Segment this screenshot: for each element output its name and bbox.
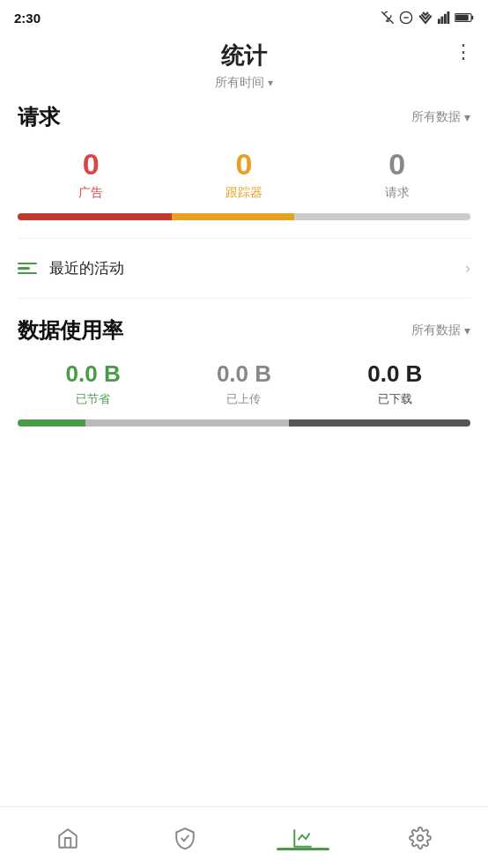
- header: ⋮ 统计 所有时间 ▾: [0, 32, 488, 94]
- activity-label: 最近的活动: [49, 258, 465, 278]
- divider-2: [18, 298, 470, 299]
- data-usage-filter-button[interactable]: 所有数据 ▾: [411, 323, 470, 338]
- page-title: 统计: [221, 41, 267, 71]
- trackers-count: 0: [236, 147, 253, 182]
- requests-progress-bar: [18, 213, 470, 220]
- status-time: 2:30: [14, 11, 41, 26]
- svg-rect-12: [455, 15, 469, 21]
- recent-activity-button[interactable]: 最近的活动 ›: [18, 246, 470, 291]
- data-green-segment: [18, 419, 85, 427]
- nav-settings[interactable]: [362, 826, 480, 850]
- requests-section-header: 请求 所有数据 ▾: [18, 103, 470, 131]
- requests-label: 请求: [385, 185, 410, 201]
- nav-home[interactable]: [9, 826, 127, 850]
- svg-rect-6: [438, 19, 440, 24]
- svg-rect-11: [471, 16, 473, 19]
- data-stats-row: 0.0 B 已节省 0.0 B 已上传 0.0 B 已下载: [18, 360, 470, 407]
- data-usage-title: 数据使用率: [18, 316, 123, 345]
- data-usage-filter-chevron: ▾: [464, 323, 470, 338]
- gear-icon: [408, 826, 433, 850]
- status-bar: 2:30: [0, 0, 488, 32]
- uploaded-stat: 0.0 B 已上传: [217, 360, 271, 407]
- requests-count: 0: [388, 147, 405, 182]
- activity-chevron-icon: ›: [465, 259, 470, 278]
- downloaded-count: 0.0 B: [367, 360, 422, 388]
- chart-icon: [291, 826, 315, 850]
- minus-circle-icon: [399, 11, 413, 25]
- requests-stats-row: 0 广告 0 跟踪器 0 请求: [18, 147, 470, 201]
- mute-icon: [381, 11, 395, 25]
- nav-active-indicator: [277, 848, 329, 850]
- requests-section: 请求 所有数据 ▾ 0 广告 0 跟踪器 0 请求: [18, 103, 470, 220]
- requests-orange-segment: [172, 213, 294, 220]
- shield-icon: [173, 826, 197, 850]
- downloaded-stat: 0.0 B 已下载: [367, 360, 422, 407]
- requests-red-segment: [18, 213, 172, 220]
- home-icon: [55, 826, 80, 850]
- ads-stat: 0 广告: [78, 147, 103, 201]
- requests-title: 请求: [18, 103, 60, 131]
- chevron-down-icon: ▾: [268, 77, 273, 89]
- data-gray-segment: [85, 419, 289, 427]
- wifi-icon: [418, 11, 433, 25]
- svg-line-0: [381, 11, 393, 23]
- time-filter-button[interactable]: 所有时间 ▾: [215, 75, 273, 91]
- requests-filter-chevron: ▾: [464, 110, 470, 124]
- signal-icon: [438, 11, 450, 25]
- main-content: 请求 所有数据 ▾ 0 广告 0 跟踪器 0 请求: [0, 94, 488, 806]
- time-filter-label: 所有时间: [215, 75, 264, 91]
- saved-label: 已节省: [76, 391, 110, 407]
- svg-rect-9: [447, 11, 450, 24]
- saved-stat: 0.0 B 已节省: [66, 360, 121, 407]
- requests-filter-button[interactable]: 所有数据 ▾: [411, 109, 470, 125]
- ads-label: 广告: [78, 185, 103, 201]
- menu-button[interactable]: ⋮: [454, 41, 474, 63]
- nav-stats[interactable]: [244, 826, 362, 850]
- uploaded-label: 已上传: [226, 391, 261, 407]
- battery-icon: [455, 11, 474, 24]
- requests-stat: 0 请求: [385, 147, 410, 201]
- downloaded-label: 已下载: [378, 391, 412, 407]
- requests-filter-label: 所有数据: [411, 109, 461, 125]
- status-icons: [381, 11, 474, 25]
- activity-list-icon: [18, 263, 37, 275]
- requests-gray-segment: [294, 213, 470, 220]
- uploaded-count: 0.0 B: [217, 360, 271, 388]
- data-dark-segment: [289, 419, 470, 427]
- svg-rect-7: [441, 17, 444, 24]
- saved-count: 0.0 B: [66, 360, 121, 388]
- data-usage-section-header: 数据使用率 所有数据 ▾: [18, 316, 470, 345]
- svg-point-14: [418, 835, 424, 841]
- svg-rect-8: [444, 14, 447, 24]
- trackers-label: 跟踪器: [226, 185, 262, 201]
- data-usage-section: 数据使用率 所有数据 ▾ 0.0 B 已节省 0.0 B 已上传 0.0 B 已…: [18, 316, 470, 427]
- divider-1: [18, 238, 470, 239]
- trackers-stat: 0 跟踪器: [226, 147, 262, 201]
- nav-shield[interactable]: [127, 826, 245, 850]
- data-progress-bar: [18, 419, 470, 427]
- ads-count: 0: [83, 147, 100, 182]
- data-usage-filter-label: 所有数据: [411, 323, 461, 338]
- bottom-nav: [0, 806, 488, 868]
